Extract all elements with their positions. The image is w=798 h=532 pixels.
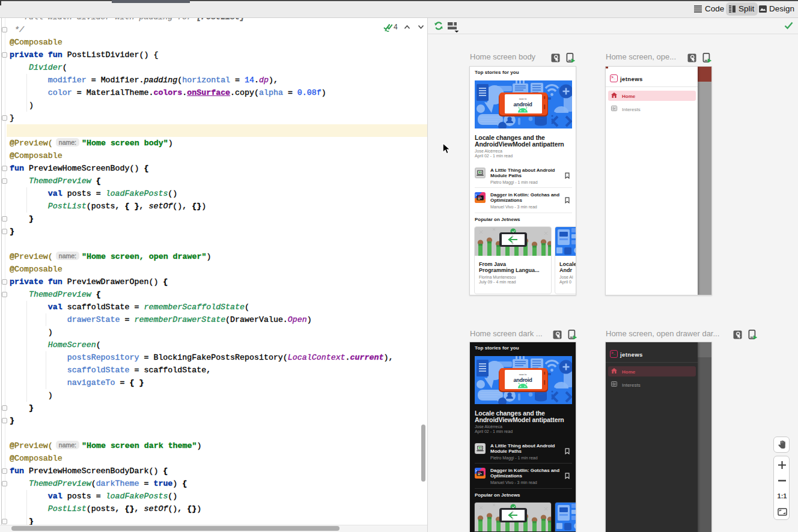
svg-text:now in: now in xyxy=(519,97,527,100)
svg-text:now in: now in xyxy=(519,373,527,376)
svg-text:android: android xyxy=(514,101,532,107)
svg-text:android: android xyxy=(514,377,532,383)
